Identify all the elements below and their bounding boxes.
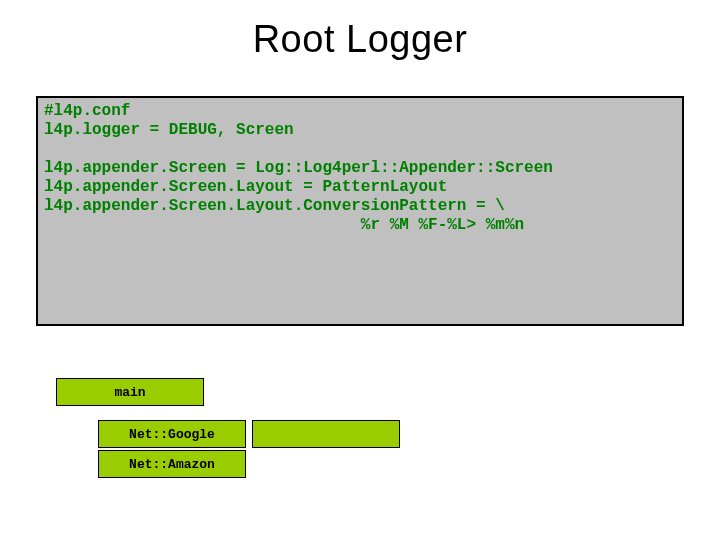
code-line: #l4p.conf: [44, 102, 130, 120]
node-empty: [252, 420, 400, 448]
logger-hierarchy-diagram: main Net::Google Net::Amazon: [36, 370, 684, 510]
code-line: l4p.appender.Screen.Layout.ConversionPat…: [44, 197, 505, 215]
code-content: #l4p.conf l4p.logger = DEBUG, Screen l4p…: [44, 102, 676, 235]
node-main: main: [56, 378, 204, 406]
code-line: l4p.logger = DEBUG, Screen: [44, 121, 294, 139]
page-title: Root Logger: [0, 18, 720, 61]
node-net-amazon: Net::Amazon: [98, 450, 246, 478]
config-code-block: #l4p.conf l4p.logger = DEBUG, Screen l4p…: [36, 96, 684, 326]
code-line: l4p.appender.Screen = Log::Log4perl::App…: [44, 159, 553, 177]
code-line: l4p.appender.Screen.Layout = PatternLayo…: [44, 178, 447, 196]
code-line: %r %M %F-%L> %m%n: [44, 216, 524, 234]
node-net-google: Net::Google: [98, 420, 246, 448]
